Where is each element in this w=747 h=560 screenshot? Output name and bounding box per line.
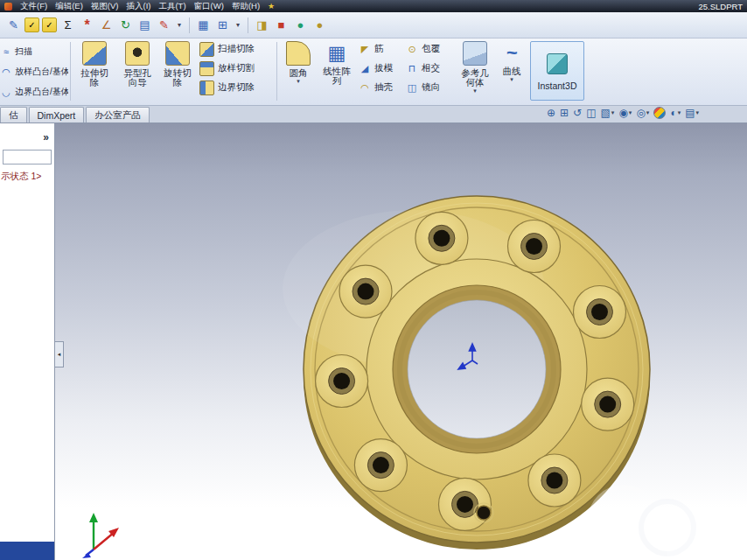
feature-stack: ◤ 筋 ◢ 拔模 ◠ 抽壳 [359, 41, 393, 95]
revolved-cut-icon [165, 41, 190, 66]
extruded-cut-icon [82, 41, 107, 66]
measure-icon[interactable]: ∠ [98, 17, 115, 33]
button-label: 除 [90, 78, 100, 88]
curves-button[interactable]: ~ 曲线 ▾ [497, 39, 527, 103]
button-label: 列 [332, 76, 342, 86]
lofted-cut-icon [199, 61, 214, 76]
view-settings-icon[interactable]: ▤▾ [685, 107, 699, 119]
smart-dimension-icon[interactable]: ✓ [24, 18, 39, 32]
button-label: 边界切除 [218, 81, 255, 94]
button-label: 扫描切除 [218, 43, 255, 55]
zoom-area-icon[interactable]: ⊞ [560, 107, 569, 119]
expand-panel-button[interactable]: » [43, 131, 49, 144]
sweep-icon: ≈ [0, 46, 12, 58]
tree-filter-box[interactable] [3, 150, 52, 164]
draft-button[interactable]: ◢ 拔模 [359, 60, 393, 76]
fillet-button[interactable]: 圆角 ▾ [280, 39, 317, 103]
zoom-fit-icon[interactable]: ⊕ [547, 107, 555, 119]
intersect-icon: ⊓ [406, 62, 418, 74]
split-view-icon[interactable]: ◨ [254, 17, 270, 33]
panel-splitter-handle[interactable]: ◂ [55, 341, 64, 368]
equations-icon[interactable]: Σ [59, 17, 76, 33]
wrap-icon: ⊙ [406, 43, 418, 55]
swept-cut-button[interactable]: 扫描切除 [199, 41, 255, 57]
tab-office-products[interactable]: 办公室产品 [86, 107, 150, 122]
coordinate-triad [80, 509, 123, 558]
linear-pattern-button[interactable]: ▦ 线性阵 列 [318, 39, 355, 103]
toolbar-separator [248, 18, 248, 33]
intersect-button[interactable]: ⊓ 相交 [406, 60, 440, 76]
appearance-sphere-icon[interactable]: ● [311, 17, 328, 33]
design-table-icon[interactable]: ▤ [136, 17, 153, 33]
menu-window[interactable]: 窗口(W) [194, 1, 224, 12]
lofted-cut-button[interactable]: 放样切割 [199, 60, 255, 76]
dropdown-icon[interactable]: ▾ [234, 17, 242, 33]
rebuild-icon[interactable]: ↻ [117, 17, 134, 33]
note-dimension-icon[interactable]: ✓ [42, 18, 57, 32]
edit-color-icon[interactable]: ✎ [156, 17, 172, 33]
menu-bar: 文件(F) 编辑(E) 视图(V) 插入(I) 工具(T) 窗口(W) 帮助(H… [0, 0, 747, 12]
reference-geometry-icon [463, 41, 487, 66]
button-label: 放样切割 [218, 62, 255, 74]
tab-dimxpert[interactable]: DimXpert [29, 107, 85, 122]
chevron-down-icon[interactable]: ▾ [510, 76, 513, 83]
menu-file[interactable]: 文件(F) [20, 1, 47, 12]
swept-cut-icon [199, 42, 214, 57]
reference-geometry-button[interactable]: 参考几 何体 ▾ [455, 39, 495, 103]
boundary-cut-button[interactable]: 边界切除 [199, 80, 255, 95]
draft-icon: ◢ [359, 62, 371, 74]
sketch-icon[interactable]: ✎ [5, 17, 22, 33]
ribbon-item-label: 扫描 [15, 46, 32, 58]
section-view-icon[interactable]: ◫ [586, 107, 596, 119]
dropdown-icon[interactable]: ▾ [175, 17, 184, 33]
instant3d-icon [547, 53, 568, 74]
ribbon-item-boundary[interactable]: ◡ 边界凸台/基体 [0, 82, 68, 102]
quick-tips-star-icon[interactable]: ★ [268, 2, 275, 10]
wrap-button[interactable]: ⊙ 包覆 [406, 41, 440, 57]
edit-appearance-icon[interactable] [653, 107, 666, 119]
view-orientation-icon[interactable]: ▧▾ [601, 107, 615, 119]
chevron-down-icon[interactable]: ▾ [473, 88, 477, 94]
quick-access-toolbar: ✎ ✓ ✓ Σ * ∠ ↻ ▤ ✎ ▾ ▦ ⊞ ▾ ◨ ■ ● ● [0, 12, 747, 38]
ribbon-item-loft[interactable]: ◠ 放样凸台/基体 [0, 62, 68, 81]
record-icon[interactable]: ■ [273, 17, 290, 33]
fillet-icon [286, 41, 311, 66]
menu-view[interactable]: 视图(V) [91, 1, 119, 12]
model-3d-flange[interactable] [55, 122, 747, 560]
menu-tools[interactable]: 工具(T) [158, 1, 185, 12]
button-label: 圆角 [290, 68, 308, 78]
display-state-label[interactable]: 示状态 1> [1, 171, 41, 183]
extruded-cut-button[interactable]: 拉伸切 除 [73, 39, 115, 103]
instant3d-button[interactable]: Instant3D [530, 41, 584, 101]
menu-edit[interactable]: 编辑(E) [55, 1, 83, 12]
shell-button[interactable]: ◠ 抽壳 [359, 80, 393, 95]
rib-icon: ◤ [359, 43, 371, 55]
hide-show-items-icon[interactable]: ◎▾ [636, 107, 649, 119]
play-icon[interactable]: ● [292, 17, 309, 33]
app-logo-icon[interactable] [4, 3, 12, 10]
apply-scene-icon[interactable]: ◐▾ [670, 107, 681, 119]
cut-feature-stack: 扫描切除 放样切割 边界切除 [199, 41, 255, 95]
spellcheck-icon[interactable]: * [79, 17, 95, 33]
ribbon-separator [276, 42, 277, 101]
button-label: Instant3D [538, 80, 577, 91]
previous-view-icon[interactable]: ↺ [573, 107, 582, 119]
menu-insert[interactable]: 插入(I) [126, 1, 150, 12]
chevron-down-icon[interactable]: ▾ [297, 78, 300, 85]
button-label: 拔模 [374, 62, 393, 74]
display-style-icon[interactable]: ◉▾ [618, 107, 632, 119]
boundary-icon: ◡ [0, 86, 12, 98]
mirror-button[interactable]: ◫ 镜向 [406, 80, 440, 95]
tile-window-icon[interactable]: ⊞ [214, 17, 231, 33]
graphics-viewport[interactable]: ◂ [55, 122, 747, 560]
revolved-cut-button[interactable]: 旋转切 除 [159, 39, 196, 103]
menu-help[interactable]: 帮助(H) [232, 1, 260, 12]
tab-evaluate[interactable]: 估 [0, 107, 27, 122]
command-manager-tabs: 估 DimXpert 办公室产品 ⊕ ⊞ ↺ ◫ ▧▾ ◉▾ ◎▾ ◐▾ ▤▾ [0, 105, 747, 123]
button-label: 筋 [374, 43, 384, 55]
new-window-icon[interactable]: ▦ [195, 17, 212, 33]
hole-wizard-button[interactable]: 异型孔 向导 [117, 39, 157, 103]
button-label: 向导 [129, 78, 147, 88]
ribbon-item-sweep[interactable]: ≈ 扫描 [0, 42, 68, 61]
rib-button[interactable]: ◤ 筋 [359, 41, 393, 57]
